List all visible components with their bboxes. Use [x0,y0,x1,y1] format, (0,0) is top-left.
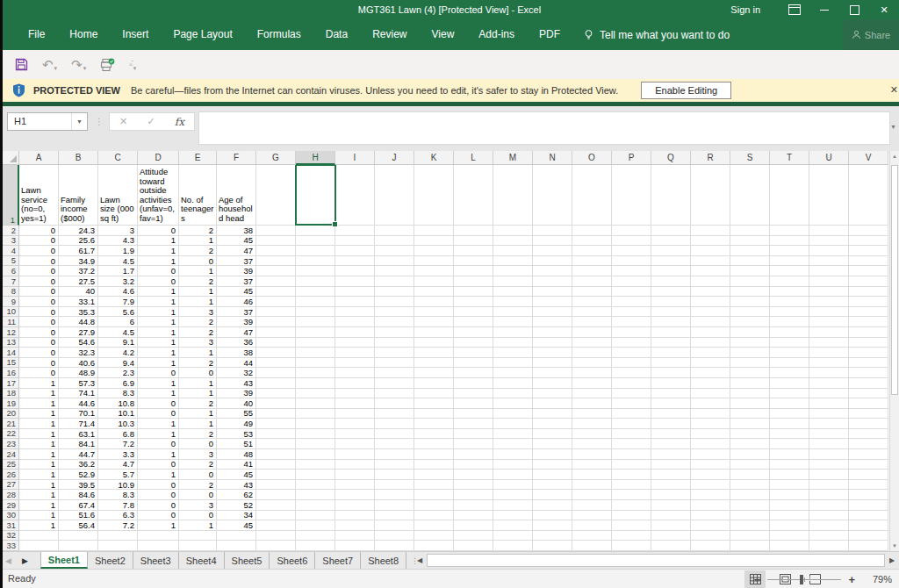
cell-B21[interactable]: 71.4 [59,419,98,429]
cell-K22[interactable] [414,429,454,440]
cell-M2[interactable] [493,226,533,236]
cell-O29[interactable] [572,500,612,511]
cell-L30[interactable] [454,511,493,521]
cell-N25[interactable] [533,460,572,470]
cell-U21[interactable] [809,419,849,429]
cell-J13[interactable] [375,338,414,348]
cell-T1[interactable] [770,165,809,226]
cell-M29[interactable] [493,500,533,511]
cell-I22[interactable] [335,429,375,440]
cell-L25[interactable] [454,460,493,470]
cell-E31[interactable]: 1 [179,520,217,531]
column-header-P[interactable]: P [612,151,651,165]
cell-F1[interactable]: Age of household head [217,165,256,226]
cell-B18[interactable]: 74.1 [59,389,98,399]
cell-G17[interactable] [256,378,296,389]
cell-O33[interactable] [572,541,612,551]
cell-L4[interactable] [454,246,493,256]
cell-U26[interactable] [809,470,849,480]
cell-C22[interactable]: 6.8 [98,429,138,440]
vertical-scroll-thumb[interactable] [891,165,898,395]
cell-R11[interactable] [691,317,730,327]
cell-M16[interactable] [493,368,533,378]
cell-A7[interactable]: 0 [19,276,59,287]
cell-S30[interactable] [730,511,770,521]
cell-S29[interactable] [730,500,770,511]
cell-N31[interactable] [533,520,572,531]
cell-B32[interactable] [59,531,98,541]
cell-B17[interactable]: 57.3 [59,378,98,389]
row-header-31[interactable]: 31 [0,520,19,531]
cell-D9[interactable]: 1 [138,297,179,307]
column-header-L[interactable]: L [454,151,493,165]
cell-H21[interactable] [296,419,335,429]
cell-T15[interactable] [770,358,809,369]
sheet-tab-sheet2[interactable]: Sheet2 [88,552,133,569]
cell-F24[interactable]: 48 [217,449,256,460]
expand-formula-bar-icon[interactable]: ▼ [890,124,896,130]
cell-E25[interactable]: 2 [179,460,217,470]
cell-A9[interactable]: 0 [19,297,59,307]
cell-C19[interactable]: 10.8 [98,398,138,409]
minimize-button[interactable] [809,0,839,19]
cell-G19[interactable] [256,398,296,409]
cell-J5[interactable] [375,256,414,267]
cell-F27[interactable]: 43 [217,480,256,491]
cell-Q33[interactable] [651,541,691,551]
cell-V4[interactable] [849,246,888,256]
cell-J25[interactable] [375,460,414,470]
cell-H19[interactable] [296,398,335,409]
cell-G27[interactable] [256,480,296,491]
cell-J26[interactable] [375,470,414,480]
cell-S9[interactable] [730,297,770,307]
cell-C33[interactable] [98,541,138,551]
cell-J10[interactable] [375,307,414,318]
cell-S15[interactable] [730,358,770,369]
cell-U3[interactable] [809,236,849,247]
cell-D33[interactable] [138,541,179,551]
cell-M31[interactable] [493,520,533,531]
cell-J14[interactable] [375,348,414,358]
cell-G32[interactable] [256,531,296,541]
cell-I10[interactable] [335,307,375,318]
cell-O5[interactable] [572,256,612,267]
cell-F19[interactable]: 40 [217,398,256,409]
cell-V20[interactable] [849,409,888,419]
cell-K10[interactable] [414,307,454,318]
ribbon-tab-formulas[interactable]: Formulas [245,19,313,50]
cell-U19[interactable] [809,398,849,409]
cell-J20[interactable] [375,409,414,419]
cell-M10[interactable] [493,307,533,318]
cell-M7[interactable] [493,276,533,287]
cell-M23[interactable] [493,439,533,449]
cell-B11[interactable]: 44.8 [59,317,98,327]
cell-H14[interactable] [296,348,335,358]
cell-C23[interactable]: 7.2 [98,439,138,449]
cell-T32[interactable] [770,531,809,541]
cell-L33[interactable] [454,541,493,551]
cell-T24[interactable] [770,449,809,460]
cell-B29[interactable]: 67.4 [59,500,98,511]
cell-F32[interactable] [217,531,256,541]
column-header-T[interactable]: T [770,151,809,165]
cell-R19[interactable] [691,398,730,409]
cell-Q9[interactable] [651,297,691,307]
cell-K8[interactable] [414,287,454,298]
cell-K4[interactable] [414,246,454,256]
cell-G2[interactable] [256,226,296,236]
cell-Q26[interactable] [651,470,691,480]
cell-C24[interactable]: 3.3 [98,449,138,460]
row-header-27[interactable]: 27 [0,480,19,491]
cell-U5[interactable] [809,256,849,267]
cell-O23[interactable] [572,439,612,449]
cell-V22[interactable] [849,429,888,440]
cell-B19[interactable]: 44.6 [59,398,98,409]
row-header-4[interactable]: 4 [0,246,19,256]
cell-O2[interactable] [572,226,612,236]
cell-P14[interactable] [612,348,651,358]
cell-R27[interactable] [691,480,730,491]
cell-P10[interactable] [612,307,651,318]
sheet-tab-sheet7[interactable]: Sheet7 [315,552,361,569]
cell-O16[interactable] [572,368,612,378]
ribbon-tab-data[interactable]: Data [313,19,360,50]
